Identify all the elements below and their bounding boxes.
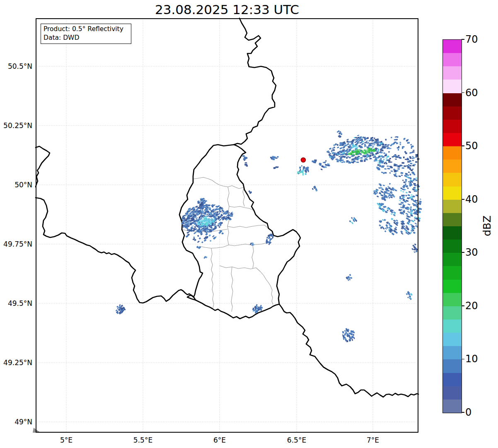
radar-echo — [385, 139, 387, 141]
radar-echo — [400, 190, 402, 191]
radar-echo — [352, 154, 354, 155]
radar-echo — [358, 156, 360, 157]
radar-echo — [412, 169, 414, 170]
radar-echo — [206, 214, 208, 216]
colorbar-segment — [443, 253, 462, 266]
radar-echo — [199, 237, 201, 240]
radar-echo — [346, 139, 349, 140]
colorbar-segment — [443, 266, 462, 279]
radar-echo — [339, 160, 341, 161]
radar-echo — [404, 138, 406, 140]
region-border — [256, 268, 273, 305]
radar-echo — [400, 206, 402, 208]
radar-echo — [406, 213, 409, 215]
radar-echo — [116, 306, 118, 308]
region-border — [220, 266, 256, 269]
radar-echo — [409, 174, 411, 175]
radar-echo — [380, 158, 382, 159]
radar-echo — [312, 188, 314, 190]
radar-echo — [379, 224, 381, 226]
radar-echo — [405, 173, 408, 174]
radar-echo — [331, 157, 334, 159]
radar-echo — [341, 157, 342, 159]
radar-echo — [350, 330, 352, 333]
region-border — [193, 177, 244, 189]
radar-echo — [399, 157, 400, 158]
radar-echo — [364, 159, 365, 160]
radar-echo — [342, 331, 344, 334]
x-tick-label: 7°E — [354, 436, 392, 445]
region-border — [252, 245, 254, 269]
radar-echo — [353, 158, 355, 160]
radar-echo — [400, 203, 402, 205]
radar-echo — [360, 157, 363, 158]
colorbar-segment — [443, 146, 462, 160]
radar-echo — [387, 168, 390, 170]
radar-echo — [402, 146, 405, 148]
radar-echo — [369, 149, 371, 150]
colorbar-segment — [443, 293, 462, 306]
radar-echo — [374, 138, 375, 139]
country-border — [36, 198, 418, 397]
country-border — [234, 145, 300, 304]
radar-echo — [396, 175, 398, 177]
radar-echo — [406, 192, 408, 194]
y-tick-label: 50.5°N — [0, 62, 32, 71]
colorbar-tick-label: 40 — [465, 193, 478, 206]
radar-echo — [357, 159, 359, 160]
radar-echo — [396, 220, 398, 221]
radar-echo — [353, 337, 355, 339]
radar-echo — [366, 156, 368, 158]
radar-echo — [362, 143, 364, 144]
colorbar-segment — [443, 66, 462, 80]
radar-echo — [353, 162, 354, 163]
radar-echo — [413, 183, 416, 185]
map-canvas — [36, 18, 418, 433]
radar-echo — [403, 157, 405, 158]
region-border — [229, 206, 254, 211]
radar-echo — [351, 222, 353, 224]
radar-echo — [244, 164, 247, 166]
radar-echo — [355, 138, 358, 140]
radar-echo — [370, 158, 372, 159]
radar-echo — [353, 334, 354, 336]
colorbar-tick-label: 10 — [465, 353, 478, 365]
radar-echo — [399, 196, 401, 198]
colorbar-segment — [443, 346, 462, 359]
radar-echo — [390, 145, 392, 146]
radar-echo — [277, 156, 279, 157]
colorbar — [442, 39, 462, 413]
radar-echo — [119, 304, 121, 306]
radar-echo — [208, 234, 211, 237]
y-tick-label: 49.75°N — [0, 240, 32, 249]
radar-echo — [387, 144, 389, 146]
colorbar-tick-label: 50 — [465, 140, 478, 152]
radar-echo — [349, 278, 351, 281]
radar-echo — [387, 192, 390, 195]
radar-echo — [406, 225, 408, 228]
radar-echo — [408, 172, 410, 173]
radar-echo — [341, 160, 343, 161]
radar-echo — [354, 160, 355, 162]
radar-echo — [393, 143, 395, 144]
y-tick-label: 49.25°N — [0, 358, 32, 367]
colorbar-tick-label: 60 — [465, 87, 478, 99]
radar-echo — [411, 170, 413, 171]
radar-echo — [378, 162, 380, 163]
radar-echo — [355, 157, 357, 158]
colorbar-segment — [443, 359, 462, 373]
region-border — [199, 242, 272, 248]
radar-echo — [364, 155, 366, 156]
radar-echo — [413, 232, 416, 234]
radar-echo — [377, 153, 379, 154]
radar-echo — [337, 147, 339, 148]
radar-echo — [352, 339, 353, 341]
radar-echo — [377, 157, 380, 158]
x-tick-label: 5°E — [48, 436, 85, 445]
product-line: Product: 0.5° Reflectivity — [44, 25, 128, 34]
radar-echo — [325, 164, 327, 166]
radar-echo — [383, 185, 385, 186]
radar-echo — [186, 231, 189, 234]
radar-echo — [401, 162, 404, 164]
radar-echo — [321, 168, 323, 170]
